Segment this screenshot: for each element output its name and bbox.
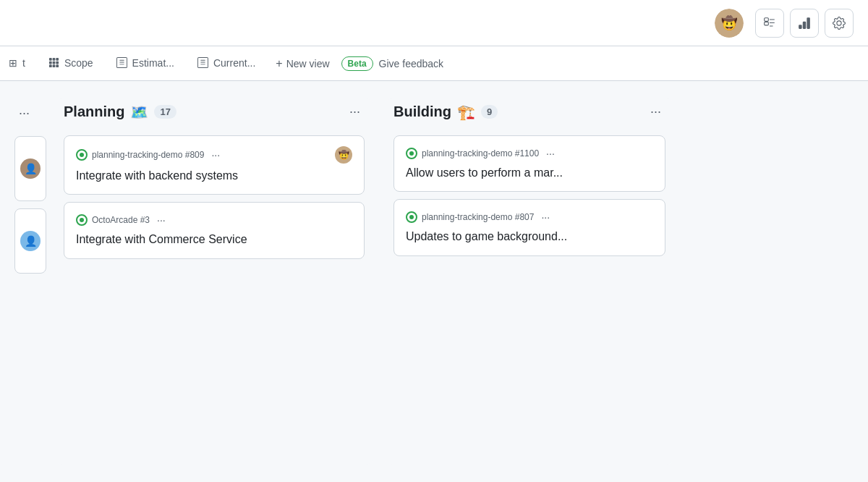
- tab-backlog[interactable]: ⊞ t: [3, 48, 37, 79]
- building-card-2-repo: planning-tracking-demo #807: [422, 212, 534, 222]
- building-column-count: 9: [481, 105, 498, 119]
- planning-card-1-meta: planning-tracking-demo #809 ···: [76, 148, 223, 162]
- planning-card-1-header: planning-tracking-demo #809 ··· 🤠: [76, 146, 352, 164]
- scope-tab-icon: [48, 57, 59, 68]
- settings-icon-button[interactable]: [825, 9, 854, 38]
- current-tab-icon: [197, 57, 208, 68]
- building-card-1-title: Allow users to perform a mar...: [406, 165, 653, 181]
- partial-avatar-1: 👤: [20, 158, 41, 179]
- tab-current[interactable]: Current...: [186, 48, 267, 79]
- tab-scope[interactable]: Scope: [37, 48, 105, 79]
- planning-card-1-avatar: 🤠: [335, 146, 352, 164]
- planning-card-2[interactable]: OctoArcade #3 ··· Integrate with Commerc…: [64, 202, 365, 258]
- planning-card-2-menu[interactable]: ···: [154, 213, 169, 227]
- roadmap-icon-button[interactable]: [755, 9, 784, 38]
- status-dot-1: [80, 153, 84, 157]
- planning-card-1[interactable]: planning-tracking-demo #809 ··· 🤠 Integr…: [64, 135, 365, 195]
- left-column-menu-button[interactable]: ···: [14, 101, 34, 125]
- planning-card-1-repo: planning-tracking-demo #809: [92, 150, 204, 160]
- building-card-2[interactable]: planning-tracking-demo #807 ··· Updates …: [393, 199, 665, 255]
- estimates-tab-icon: [116, 57, 127, 68]
- building-card-2-meta: planning-tracking-demo #807 ···: [406, 210, 553, 224]
- building-status-dot-2: [409, 215, 414, 219]
- building-card-1-header: planning-tracking-demo #1100 ···: [406, 146, 653, 161]
- building-status-icon-2: [406, 211, 417, 223]
- partial-card-1[interactable]: 👤: [14, 136, 46, 201]
- status-icon-2: [76, 214, 88, 226]
- settings-icon: [833, 17, 846, 30]
- planning-card-1-menu[interactable]: ···: [208, 148, 223, 162]
- building-column-menu-button[interactable]: ···: [646, 101, 665, 122]
- building-card-2-header: planning-tracking-demo #807 ···: [406, 210, 653, 224]
- status-icon-1: [76, 149, 88, 161]
- column-gap: [373, 98, 385, 465]
- plus-icon: +: [276, 57, 282, 70]
- building-card-1[interactable]: planning-tracking-demo #1100 ··· Allow u…: [393, 135, 665, 192]
- building-column-title: Building: [393, 103, 451, 120]
- user-avatar[interactable]: 🤠: [715, 9, 744, 38]
- planning-card-2-repo: OctoArcade #3: [92, 215, 150, 225]
- building-status-dot-1: [409, 151, 414, 156]
- avatar-image: 🤠: [715, 9, 744, 38]
- planning-column-title: Planning: [64, 103, 124, 120]
- planning-column: Planning 🗺️ 17 ··· planning-tracking-dem…: [55, 98, 373, 465]
- scope-tab-label: Scope: [64, 57, 93, 69]
- planning-column-count: 17: [154, 105, 176, 119]
- board-area: ··· 👤 👤 Planning 🗺️ 17 ···: [0, 81, 868, 482]
- planning-column-menu-button[interactable]: ···: [345, 101, 365, 122]
- planning-card-2-title: Integrate with Commerce Service: [76, 232, 352, 248]
- building-card-2-title: Updates to game background...: [406, 229, 653, 245]
- chart-icon-button[interactable]: [790, 9, 819, 38]
- building-column: Building 🏗️ 9 ··· planning-tracking-demo…: [385, 98, 674, 465]
- partial-card-2[interactable]: 👤: [14, 208, 46, 274]
- tab-estimates[interactable]: Estimat...: [105, 48, 186, 79]
- planning-card-1-title: Integrate with backend systems: [76, 168, 352, 184]
- beta-badge: Beta: [341, 56, 373, 71]
- new-view-label: New view: [286, 58, 330, 69]
- roadmap-icon: [763, 17, 776, 30]
- give-feedback-button[interactable]: Give feedback: [373, 52, 450, 75]
- chart-icon: [798, 17, 811, 30]
- planning-title-group: Planning 🗺️ 17: [64, 103, 176, 121]
- building-card-1-repo: planning-tracking-demo #1100: [422, 148, 539, 158]
- left-partial-column: ··· 👤 👤: [12, 98, 55, 465]
- backlog-tab-label: t: [22, 57, 25, 69]
- new-view-button[interactable]: + New view: [267, 51, 338, 76]
- top-bar: 🤠: [0, 0, 868, 46]
- planning-column-emoji: 🗺️: [130, 103, 148, 121]
- planning-card-2-header: OctoArcade #3 ···: [76, 213, 352, 227]
- building-title-group: Building 🏗️ 9: [393, 103, 498, 121]
- building-column-emoji: 🏗️: [457, 103, 475, 121]
- planning-card-2-meta: OctoArcade #3 ···: [76, 213, 169, 227]
- planning-column-header: Planning 🗺️ 17 ···: [64, 98, 365, 125]
- estimates-tab-label: Estimat...: [132, 57, 174, 69]
- building-card-2-menu[interactable]: ···: [538, 210, 553, 224]
- status-dot-2: [80, 218, 84, 222]
- building-card-1-menu[interactable]: ···: [543, 146, 558, 161]
- current-tab-label: Current...: [213, 57, 255, 69]
- nav-bar: ⊞ t Scope Estimat... Current... + New vi…: [0, 46, 868, 81]
- partial-avatar-2: 👤: [20, 231, 41, 251]
- building-card-1-meta: planning-tracking-demo #1100 ···: [406, 146, 558, 161]
- building-status-icon-1: [406, 148, 417, 159]
- backlog-tab-icon: ⊞: [9, 57, 17, 69]
- building-column-header: Building 🏗️ 9 ···: [393, 98, 665, 125]
